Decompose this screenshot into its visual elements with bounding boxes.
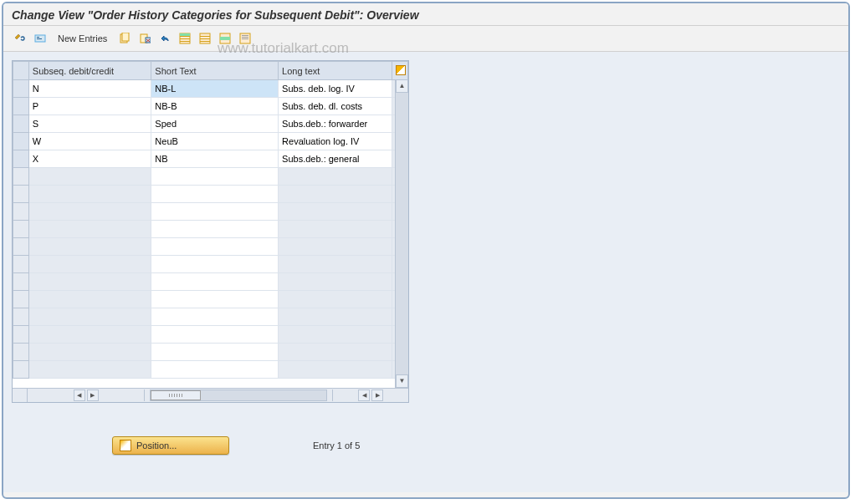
empty-row [13, 291, 408, 308]
col-header-short[interactable]: Short Text [151, 62, 279, 80]
cell-long[interactable]: Subs.deb.: forwarder [279, 116, 392, 131]
row-selector[interactable] [13, 80, 29, 98]
table-row: WRevaluation log. IV [13, 133, 408, 150]
row-selector[interactable] [13, 291, 29, 308]
position-label: Position... [136, 440, 177, 451]
expand-collapse-icon[interactable] [32, 30, 49, 47]
empty-row [13, 168, 408, 186]
svg-rect-13 [200, 36, 210, 37]
empty-row [13, 308, 408, 326]
page-title: Change View "Order History Categories fo… [3, 3, 848, 26]
toolbar: New Entries [3, 26, 848, 52]
data-table: Subseq. debit/credit Short Text Long tex… [13, 61, 408, 379]
cell-long[interactable]: Revaluation log. IV [279, 134, 392, 149]
undo-icon[interactable] [156, 30, 173, 47]
hscroll-left-2[interactable]: ◀ [358, 389, 370, 401]
select-all-icon[interactable] [177, 30, 193, 47]
svg-rect-11 [180, 41, 190, 42]
svg-rect-10 [180, 38, 190, 39]
row-selector[interactable] [13, 344, 29, 361]
table-row: NSubs. deb. log. IV [13, 80, 408, 98]
cell-short-input[interactable] [151, 150, 278, 167]
app-window: Change View "Order History Categories fo… [2, 2, 850, 499]
svg-rect-2 [37, 38, 42, 39]
empty-row [13, 186, 408, 203]
table-row: XSubs.deb.: general [13, 150, 408, 168]
col-header-code[interactable]: Subseq. debit/credit [28, 62, 151, 80]
empty-row [13, 203, 408, 221]
footer-row: Position... Entry 1 of 5 [12, 436, 840, 455]
select-block-icon[interactable] [217, 30, 233, 47]
row-selector[interactable] [13, 361, 29, 379]
new-entries-button[interactable]: New Entries [52, 31, 113, 46]
scroll-track[interactable] [396, 93, 408, 374]
svg-rect-9 [180, 36, 190, 37]
cell-long[interactable]: Subs. deb. dl. costs [279, 99, 392, 114]
svg-rect-1 [37, 37, 39, 38]
row-selector[interactable] [13, 186, 29, 203]
cell-short-input[interactable] [151, 133, 278, 150]
svg-rect-17 [220, 37, 230, 40]
cell-long[interactable]: Subs. deb. log. IV [279, 81, 392, 96]
svg-rect-15 [200, 41, 210, 42]
row-selector[interactable] [13, 221, 29, 238]
empty-row [13, 238, 408, 256]
toggle-change-icon[interactable] [12, 30, 28, 47]
vertical-scrollbar[interactable]: ▲ ▼ [395, 79, 408, 388]
column-config-button[interactable] [392, 62, 408, 80]
hscroll-thumb[interactable] [151, 390, 201, 400]
print-icon[interactable] [237, 30, 253, 47]
horizontal-scroll-row: ◀ ▶ ◀ ▶ [13, 388, 408, 402]
scroll-down-button[interactable]: ▼ [396, 374, 408, 388]
position-icon [120, 440, 131, 451]
hscroll-right-2[interactable]: ▶ [371, 389, 383, 401]
table-row: PSubs. deb. dl. costs [13, 98, 408, 115]
content-area: Subseq. debit/credit Short Text Long tex… [3, 52, 848, 492]
cell-long[interactable]: Subs.deb.: general [279, 151, 392, 166]
row-selector[interactable] [13, 98, 29, 115]
corner-selector[interactable] [13, 62, 29, 80]
svg-rect-19 [242, 35, 248, 36]
cell-code[interactable]: P [29, 99, 151, 114]
data-table-container: Subseq. debit/credit Short Text Long tex… [12, 60, 409, 403]
svg-rect-14 [200, 38, 210, 39]
deselect-all-icon[interactable] [197, 30, 213, 47]
svg-rect-8 [180, 33, 190, 36]
cell-short-input[interactable] [151, 98, 278, 115]
position-button[interactable]: Position... [112, 436, 229, 455]
row-selector[interactable] [13, 273, 29, 291]
copy-icon[interactable] [116, 30, 133, 47]
empty-row [13, 273, 408, 291]
col-header-long[interactable]: Long text [279, 62, 392, 80]
cell-code[interactable]: W [29, 134, 151, 149]
cell-code[interactable]: S [29, 116, 151, 131]
cell-short-input[interactable] [151, 115, 278, 132]
empty-row [13, 256, 408, 273]
empty-row [13, 326, 408, 344]
hscroll-left-1[interactable]: ◀ [74, 389, 85, 401]
cell-code[interactable]: N [29, 81, 151, 96]
row-selector[interactable] [13, 256, 29, 273]
entry-count-text: Entry 1 of 5 [313, 440, 360, 451]
row-selector[interactable] [13, 238, 29, 256]
row-selector[interactable] [13, 308, 29, 326]
hscroll-right-1[interactable]: ▶ [87, 389, 99, 401]
svg-rect-20 [242, 37, 248, 38]
row-selector[interactable] [13, 133, 29, 150]
svg-rect-4 [122, 33, 129, 41]
empty-row [13, 221, 408, 238]
row-selector[interactable] [13, 168, 29, 186]
scroll-up-button[interactable]: ▲ [396, 79, 408, 93]
hscroll-track[interactable] [150, 389, 327, 401]
empty-row [13, 344, 408, 361]
svg-rect-21 [242, 38, 248, 39]
row-selector[interactable] [13, 203, 29, 221]
empty-row [13, 361, 408, 379]
row-selector[interactable] [13, 115, 29, 133]
cell-short-input[interactable] [151, 80, 278, 97]
cell-code[interactable]: X [29, 151, 151, 166]
delete-icon[interactable] [136, 30, 153, 47]
row-selector[interactable] [13, 326, 29, 344]
row-selector[interactable] [13, 150, 29, 168]
table-row: SSubs.deb.: forwarder [13, 115, 408, 133]
